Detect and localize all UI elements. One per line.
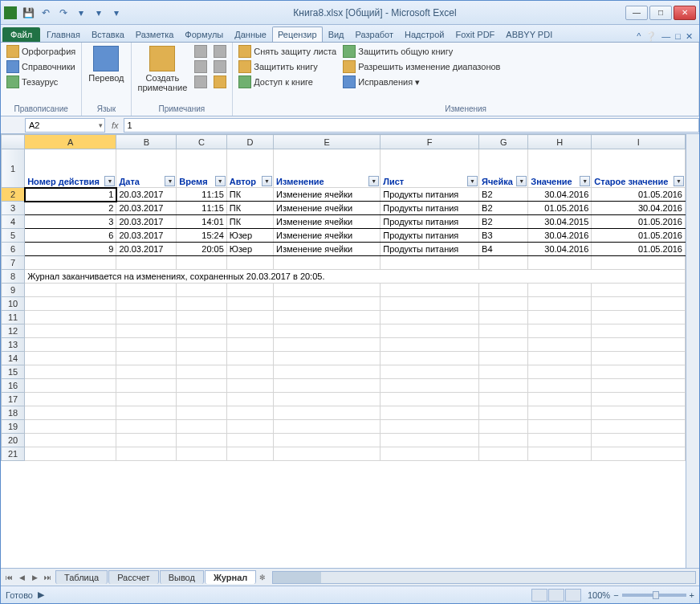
row-header-15[interactable]: 15 xyxy=(2,365,25,379)
cell-D4[interactable]: ПК xyxy=(226,215,273,229)
cell-D6[interactable]: Юзер xyxy=(226,243,273,256)
cell-C4[interactable]: 14:01 xyxy=(177,215,226,229)
row-header-21[interactable]: 21 xyxy=(2,447,25,461)
show-ink-button[interactable] xyxy=(211,75,229,89)
cell-H10[interactable] xyxy=(528,297,592,311)
cell-G10[interactable] xyxy=(479,297,528,311)
filter-dropdown-0[interactable]: ▼ xyxy=(104,176,115,186)
cell-I14[interactable] xyxy=(592,352,686,365)
prev-comment-button[interactable] xyxy=(192,59,210,74)
filter-dropdown-1[interactable]: ▼ xyxy=(165,176,175,186)
fx-label[interactable]: fx xyxy=(107,120,124,130)
track-changes-button[interactable]: Исправления ▾ xyxy=(340,75,503,89)
cell-H14[interactable] xyxy=(528,352,592,365)
undo-button[interactable]: ↶ xyxy=(38,5,54,21)
cell-H18[interactable] xyxy=(528,406,592,420)
qat-more-1[interactable]: ▾ xyxy=(73,5,89,21)
cell-A15[interactable] xyxy=(25,365,116,379)
normal-view-button[interactable] xyxy=(531,589,547,602)
macro-record-icon[interactable]: ▶ xyxy=(38,590,44,600)
cell-A13[interactable] xyxy=(25,338,116,352)
cell-G21[interactable] xyxy=(479,447,528,461)
cell-E20[interactable] xyxy=(274,434,381,447)
cell-B10[interactable] xyxy=(116,297,177,311)
cell-D21[interactable] xyxy=(226,447,273,461)
cell-B15[interactable] xyxy=(116,365,177,379)
allow-ranges-button[interactable]: Разрешить изменение диапазонов xyxy=(340,59,503,74)
protect-book-button[interactable]: Защитить книгу xyxy=(236,59,339,74)
cell-E2[interactable]: Изменение ячейки xyxy=(274,188,381,202)
cell-D12[interactable] xyxy=(226,324,273,338)
cell-F2[interactable]: Продукты питания xyxy=(381,188,479,202)
sheet-tab-Таблица[interactable]: Таблица xyxy=(55,570,108,584)
page-break-view-button[interactable] xyxy=(565,589,581,602)
qat-dropdown[interactable]: ▾ xyxy=(108,5,124,21)
cell-C3[interactable]: 11:15 xyxy=(177,202,226,215)
mdi-minimize-button[interactable]: — xyxy=(661,31,670,42)
header-cell-7[interactable]: Значение▼ xyxy=(528,149,592,188)
cell-B2[interactable]: 20.03.2017 xyxy=(116,188,177,202)
cell-E7[interactable] xyxy=(274,256,381,270)
cell-C15[interactable] xyxy=(177,365,226,379)
col-header-E[interactable]: E xyxy=(274,135,381,149)
cell-A5[interactable]: 6 xyxy=(25,229,116,243)
cell-H2[interactable]: 30.04.2016 xyxy=(528,188,592,202)
cell-G6[interactable]: B4 xyxy=(479,243,528,256)
row-header-11[interactable]: 11 xyxy=(2,311,25,324)
cell-F4[interactable]: Продукты питания xyxy=(381,215,479,229)
cell-B5[interactable]: 20.03.2017 xyxy=(116,229,177,243)
cell-C10[interactable] xyxy=(177,297,226,311)
cell-G3[interactable]: B2 xyxy=(479,202,528,215)
cell-G14[interactable] xyxy=(479,352,528,365)
translate-button[interactable]: Перевод xyxy=(85,44,127,84)
next-sheet-button[interactable]: ▶ xyxy=(28,571,41,584)
horizontal-scrollbar[interactable] xyxy=(272,571,696,584)
cell-H21[interactable] xyxy=(528,447,592,461)
cell-G4[interactable]: B2 xyxy=(479,215,528,229)
cell-D17[interactable] xyxy=(226,393,273,406)
cell-H20[interactable] xyxy=(528,434,592,447)
ribbon-minimize-icon[interactable]: ^ xyxy=(637,31,641,42)
cell-H4[interactable]: 30.04.2015 xyxy=(528,215,592,229)
cell-C5[interactable]: 15:24 xyxy=(177,229,226,243)
cell-F12[interactable] xyxy=(381,324,479,338)
cell-F18[interactable] xyxy=(381,406,479,420)
cell-G13[interactable] xyxy=(479,338,528,352)
row-header-5[interactable]: 5 xyxy=(2,229,25,243)
cell-C20[interactable] xyxy=(177,434,226,447)
header-cell-1[interactable]: Дата▼ xyxy=(116,149,177,188)
cell-C14[interactable] xyxy=(177,352,226,365)
row-header-16[interactable]: 16 xyxy=(2,379,25,393)
cell-A3[interactable]: 2 xyxy=(25,202,116,215)
cell-D10[interactable] xyxy=(226,297,273,311)
cell-G11[interactable] xyxy=(479,311,528,324)
cell-C19[interactable] xyxy=(177,420,226,434)
cell-H11[interactable] xyxy=(528,311,592,324)
sheet-tab-Вывод[interactable]: Вывод xyxy=(160,570,204,584)
share-book-button[interactable]: Доступ к книге xyxy=(236,75,339,89)
save-button[interactable]: 💾 xyxy=(20,5,36,21)
cell-B4[interactable]: 20.03.2017 xyxy=(116,215,177,229)
cell-E6[interactable]: Изменение ячейки xyxy=(274,243,381,256)
cell-I2[interactable]: 01.05.2016 xyxy=(592,188,686,202)
filter-dropdown-7[interactable]: ▼ xyxy=(580,176,590,186)
zoom-in-button[interactable]: + xyxy=(690,590,694,600)
ribbon-tab-формулы[interactable]: Формулы xyxy=(179,27,229,42)
col-header-D[interactable]: D xyxy=(226,135,273,149)
help-icon[interactable]: ❔ xyxy=(645,31,657,42)
cell-G18[interactable] xyxy=(479,406,528,420)
cell-A14[interactable] xyxy=(25,352,116,365)
unprotect-sheet-button[interactable]: Снять защиту листа xyxy=(236,44,339,59)
cell-E12[interactable] xyxy=(274,324,381,338)
row-header-18[interactable]: 18 xyxy=(2,406,25,420)
protect-shared-button[interactable]: Защитить общую книгу xyxy=(340,44,503,59)
cell-D16[interactable] xyxy=(226,379,273,393)
cell-H16[interactable] xyxy=(528,379,592,393)
spreadsheet-grid[interactable]: ABCDEFGHI 1Номер действия▼Дата▼Время▼Авт… xyxy=(1,134,686,568)
cell-G19[interactable] xyxy=(479,420,528,434)
cell-E16[interactable] xyxy=(274,379,381,393)
zoom-out-button[interactable]: − xyxy=(613,590,618,600)
header-cell-3[interactable]: Автор▼ xyxy=(226,149,273,188)
cell-C21[interactable] xyxy=(177,447,226,461)
header-cell-5[interactable]: Лист▼ xyxy=(381,149,479,188)
